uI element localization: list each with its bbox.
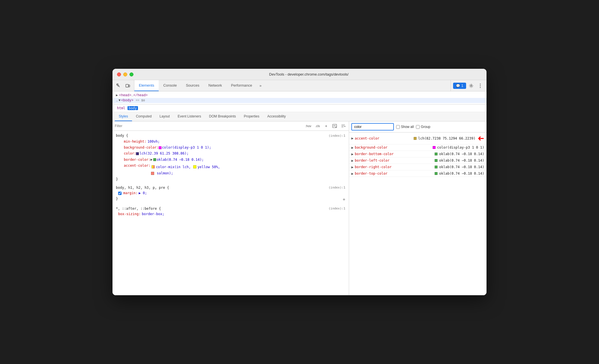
css-prop-background-color[interactable]: background-color: color(display-p3 1 0 1… [112,145,349,151]
accent-color-computed-swatch[interactable] [414,137,417,140]
add-rule-button[interactable]: + [343,197,345,202]
tab-performance[interactable]: Performance [226,80,256,91]
border-color-swatch[interactable] [153,158,156,161]
breadcrumb-body[interactable]: body [128,106,138,110]
computed-item-header-accent[interactable]: ▶ accent-color lch(82.7238 75.1294 66.22… [349,132,487,144]
sub-tab-accessibility[interactable]: Accessibility [263,112,290,121]
css-selector-2[interactable]: body, h1, h2, h3, p, pre { [116,186,169,190]
css-prop-box-sizing[interactable]: box-sizing: border-box; [112,211,349,217]
show-all-label[interactable]: Show all [396,125,414,129]
toggle-changes-button[interactable] [340,123,347,129]
background-color-swatch[interactable] [159,146,162,149]
sub-tab-layout[interactable]: Layout [156,112,174,121]
css-prop-border-color[interactable]: border-color: ▶ oklab(0.74 −0.18 0.14); … [112,157,349,163]
add-style-rule-button[interactable]: + [323,123,330,129]
computed-item-header-border-top[interactable]: ▶ border-top-color oklab(0.74 −0.18 0.14… [349,170,487,177]
new-style-rule-button[interactable] [331,123,338,129]
computed-item-header-bg[interactable]: ▶ background-color color(display-p3 1 0 … [349,144,487,151]
computed-item-header-border-left[interactable]: ▶ border-left-color oklab(0.74 −0.18 0.1… [349,157,487,164]
border-left-swatch[interactable] [435,159,437,162]
css-accent-color-line2: salmon); [112,170,349,177]
border-top-swatch[interactable] [435,172,437,175]
close-button[interactable] [117,72,121,76]
border-bottom-swatch[interactable] [435,153,437,155]
maximize-button[interactable] [129,72,133,76]
devtools-window: DevTools - developer.chrome.com/tags/dev… [112,69,487,295]
dom-body-line[interactable]: … ▼ <body> == $0 [112,98,487,103]
group-checkbox[interactable] [416,125,420,129]
computed-item-accent-color: ▶ accent-color lch(82.7238 75.1294 66.22… [349,132,487,144]
css-prop-min-height[interactable]: min-height: 100vh; [112,139,349,145]
computed-prop-accent: accent-color [355,136,414,140]
sub-tab-computed[interactable]: Computed [132,112,156,121]
tab-elements[interactable]: Elements [134,80,159,91]
device-toggle-icon[interactable] [124,82,132,90]
computed-panel: Show all Group ▶ accent-color [349,121,487,295]
comment-count: 1 [461,84,463,88]
sub-tab-styles[interactable]: Styles [115,112,132,121]
devtools-body: Elements Console Sources Network Perform… [112,80,487,295]
comment-icon: 💬 [456,84,460,88]
computed-prop-border-left: border-left-color [355,159,435,162]
color-swatch[interactable] [136,152,139,155]
css-prop-accent-color[interactable]: accent-color: color-mix(in lch, yellow 5… [112,163,349,171]
rule2-close: } + [112,196,349,203]
border-right-swatch[interactable] [435,166,437,168]
cls-button[interactable]: .cls [314,124,321,128]
computed-value-border-bottom: oklab(0.74 −0.18 0.14) [435,152,484,156]
computed-item-header-border-right[interactable]: ▶ border-right-color oklab(0.74 −0.18 0.… [349,164,487,170]
computed-search-input[interactable] [351,123,394,130]
yellow-swatch[interactable] [193,165,196,168]
css-source-2[interactable]: (index):1 [328,186,345,190]
comment-button[interactable]: 💬 1 [453,83,466,89]
css-selector-3[interactable]: *, ::after, ::before { [116,207,161,211]
computed-prop-border-bottom: border-bottom-color [355,152,435,156]
css-prop-margin[interactable]: margin: ▶ 0; [112,190,349,196]
svg-rect-1 [126,84,128,87]
more-options-button[interactable] [476,82,484,90]
css-rule-body: body { (index):1 min-height: 100vh; back… [112,133,349,182]
svg-marker-8 [345,126,345,127]
svg-point-5 [480,85,481,86]
panel-tabs: Elements Console Sources Network Perform… [134,80,451,91]
settings-button[interactable] [467,82,475,90]
computed-arrow-border-top: ▶ [351,172,354,175]
css-prop-color[interactable]: color: lch(32.39 61.25 308.86); [112,151,349,157]
show-all-checkbox[interactable] [396,125,400,129]
css-selector-body[interactable]: body { [116,134,128,138]
border-right-val: oklab(0.74 −0.18 0.14) [439,165,484,169]
css-source-3[interactable]: (index):1 [328,207,345,211]
margin-checkbox[interactable] [118,192,122,195]
traffic-lights [117,72,133,76]
minimize-button[interactable] [123,72,127,76]
dom-head-line[interactable]: ▶ <head> … </head> [112,93,487,98]
salmon-swatch[interactable] [151,172,154,175]
tab-sources[interactable]: Sources [181,80,204,91]
group-label[interactable]: Group [416,125,430,129]
toolbar-right: 💬 1 [451,80,487,91]
sub-tab-properties[interactable]: Properties [240,112,264,121]
title-bar: DevTools - developer.chrome.com/tags/dev… [112,69,487,80]
computed-search-bar: Show all Group [349,121,487,132]
border-top-val: oklab(0.74 −0.18 0.14) [439,172,484,175]
inspect-element-icon[interactable] [115,82,123,90]
breadcrumb-html[interactable]: html [116,106,126,110]
sub-tab-dom-breakpoints[interactable]: DOM Breakpoints [205,112,240,121]
bg-color-computed-swatch[interactable] [433,146,436,149]
annotation-arrow-2: ➜ [478,134,484,143]
accent-color-val: lch(82.7238 75.1294 66.2239) [418,136,475,140]
hov-button[interactable]: :hov [304,124,313,128]
computed-item-border-top: ▶ border-top-color oklab(0.74 −0.18 0.14… [349,170,487,177]
tab-console[interactable]: Console [159,80,181,91]
filter-input[interactable] [115,124,303,128]
sub-tab-event-listeners[interactable]: Event Listeners [174,112,205,121]
computed-value-border-top: oklab(0.74 −0.18 0.14) [435,172,484,175]
accent-color-swatch[interactable] [152,165,155,168]
main-content: :hov .cls + [112,121,487,295]
tab-more[interactable]: » [257,80,264,91]
computed-item-header-border-bottom[interactable]: ▶ border-bottom-color oklab(0.74 −0.18 0… [349,151,487,157]
tab-network[interactable]: Network [204,80,227,91]
filter-bar: :hov .cls + [112,121,349,131]
css-rule-header-3: *, ::after, ::before { (index):1 [112,206,349,211]
css-source-body[interactable]: (index):1 [328,134,345,138]
